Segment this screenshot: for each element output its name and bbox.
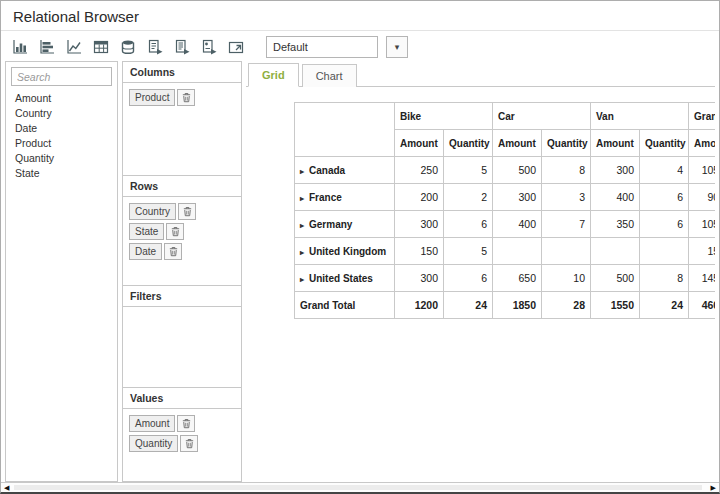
pivot-cell: 28 bbox=[542, 292, 591, 319]
pivot-cell: 10 bbox=[542, 265, 591, 292]
database-icon[interactable] bbox=[117, 36, 139, 58]
field-item-state[interactable]: State bbox=[6, 166, 117, 181]
report-dropdown[interactable]: Default bbox=[266, 36, 378, 58]
trash-icon[interactable] bbox=[177, 89, 195, 106]
field-item-product[interactable]: Product bbox=[6, 136, 117, 151]
pivot-cell: 5 bbox=[444, 238, 493, 265]
rows-drop-area[interactable]: Country State Date bbox=[123, 197, 241, 285]
bar-chart-icon[interactable] bbox=[36, 36, 58, 58]
line-chart-icon[interactable] bbox=[63, 36, 85, 58]
values-section-title: Values bbox=[123, 387, 241, 409]
pivot-cell: 24 bbox=[640, 292, 689, 319]
row-pill-date[interactable]: Date bbox=[129, 243, 162, 260]
pivot-cell: 3 bbox=[542, 184, 591, 211]
pill-row: Amount bbox=[129, 415, 235, 432]
pivot-cell: 8 bbox=[640, 265, 689, 292]
row-label: France bbox=[309, 192, 342, 203]
pivot-grid-icon[interactable] bbox=[90, 36, 112, 58]
filters-drop-area[interactable] bbox=[123, 307, 241, 387]
column-pill-product[interactable]: Product bbox=[129, 89, 175, 106]
pivot-cell: 300 bbox=[591, 157, 640, 184]
word-export-icon[interactable] bbox=[171, 36, 193, 58]
pivot-cell: 4 bbox=[640, 157, 689, 184]
row-label: Grand Total bbox=[300, 300, 355, 311]
toolbar: Default ▾ bbox=[1, 31, 719, 61]
fullscreen-icon[interactable] bbox=[225, 36, 247, 58]
pivot-cell: 6 bbox=[640, 184, 689, 211]
tab-grid[interactable]: Grid bbox=[248, 63, 299, 87]
trash-icon[interactable] bbox=[177, 415, 195, 432]
horizontal-scrollbar[interactable]: ◀ ▶ bbox=[1, 482, 719, 492]
field-list-panel: Amount Country Date Product Quantity Sta… bbox=[5, 61, 118, 482]
measure-header: Quantity bbox=[640, 130, 689, 157]
pivot-cell bbox=[640, 238, 689, 265]
pivot-cell: 500 bbox=[591, 265, 640, 292]
pivot-cell: 1200 bbox=[395, 292, 444, 319]
measure-header: Amount bbox=[395, 130, 444, 157]
pill-row: Product bbox=[129, 89, 235, 106]
pivot-row-france: ▸France 200 2 300 3 400 6 900 bbox=[295, 184, 716, 211]
pivot-row-grand-total: Grand Total 1200 24 1850 28 1550 24 4600 bbox=[295, 292, 716, 319]
result-panel: Grid Chart Bike Car Van bbox=[246, 61, 715, 482]
pivot-cell: 300 bbox=[493, 184, 542, 211]
measure-header: Amount bbox=[591, 130, 640, 157]
values-drop-area[interactable]: Amount Quantity bbox=[123, 409, 241, 457]
filters-section-title: Filters bbox=[123, 285, 241, 307]
pivot-layout-panel: Columns Product Rows Country State bbox=[122, 61, 242, 482]
scroll-right-icon[interactable]: ▶ bbox=[709, 483, 718, 492]
pivot-table: Bike Car Van Grand Total Amount Quantity… bbox=[294, 102, 715, 319]
row-label: United States bbox=[309, 273, 373, 284]
expand-icon[interactable]: ▸ bbox=[300, 248, 304, 257]
expand-icon[interactable]: ▸ bbox=[300, 275, 304, 284]
columns-drop-area[interactable]: Product bbox=[123, 83, 241, 175]
pivot-cell: 6 bbox=[444, 211, 493, 238]
pivot-cell bbox=[493, 238, 542, 265]
pivot-cell: 6 bbox=[640, 211, 689, 238]
pivot-cell: 8 bbox=[542, 157, 591, 184]
value-pill-quantity[interactable]: Quantity bbox=[129, 435, 178, 452]
report-dropdown-arrow-button[interactable]: ▾ bbox=[386, 36, 408, 58]
pivot-cell: 400 bbox=[493, 211, 542, 238]
pill-row: Date bbox=[129, 243, 235, 260]
pivot-cell: 1050 bbox=[689, 211, 715, 238]
relational-browser-window: Relational Browser Default bbox=[0, 0, 720, 494]
expand-icon[interactable]: ▸ bbox=[300, 167, 304, 176]
scrollbar-thumb[interactable] bbox=[14, 485, 702, 490]
field-item-date[interactable]: Date bbox=[6, 121, 117, 136]
trash-icon[interactable] bbox=[178, 203, 196, 220]
expand-icon[interactable]: ▸ bbox=[300, 194, 304, 203]
pdf-export-icon[interactable] bbox=[198, 36, 220, 58]
row-pill-country[interactable]: Country bbox=[129, 203, 176, 220]
measure-header: Quantity bbox=[542, 130, 591, 157]
pivot-cell: 2 bbox=[444, 184, 493, 211]
chevron-down-icon: ▾ bbox=[395, 42, 400, 52]
search-input[interactable] bbox=[11, 67, 112, 86]
main-area: Amount Country Date Product Quantity Sta… bbox=[1, 61, 719, 482]
trash-icon[interactable] bbox=[164, 243, 182, 260]
pill-row: Country bbox=[129, 203, 235, 220]
excel-export-icon[interactable] bbox=[144, 36, 166, 58]
pivot-cell: 250 bbox=[395, 157, 444, 184]
row-pill-state[interactable]: State bbox=[129, 223, 164, 240]
pivot-cell: 6 bbox=[444, 265, 493, 292]
expand-icon[interactable]: ▸ bbox=[300, 221, 304, 230]
field-item-amount[interactable]: Amount bbox=[6, 91, 117, 106]
row-label: Canada bbox=[309, 165, 345, 176]
pivot-row-germany: ▸Germany 300 6 400 7 350 6 1050 bbox=[295, 211, 716, 238]
pivot-cell: 300 bbox=[395, 211, 444, 238]
column-group-header-row: Bike Car Van Grand Total bbox=[295, 103, 716, 130]
trash-icon[interactable] bbox=[180, 435, 198, 452]
trash-icon[interactable] bbox=[166, 223, 184, 240]
column-chart-icon[interactable] bbox=[9, 36, 31, 58]
pivot-cell: 7 bbox=[542, 211, 591, 238]
pivot-cell: 500 bbox=[493, 157, 542, 184]
pivot-cell: 350 bbox=[591, 211, 640, 238]
field-item-quantity[interactable]: Quantity bbox=[6, 151, 117, 166]
value-pill-amount[interactable]: Amount bbox=[129, 415, 175, 432]
rows-section-title: Rows bbox=[123, 175, 241, 197]
tab-chart[interactable]: Chart bbox=[302, 64, 357, 87]
pivot-cell: 5 bbox=[444, 157, 493, 184]
scroll-left-icon[interactable]: ◀ bbox=[2, 483, 11, 492]
field-item-country[interactable]: Country bbox=[6, 106, 117, 121]
column-group-van: Van bbox=[591, 103, 689, 130]
